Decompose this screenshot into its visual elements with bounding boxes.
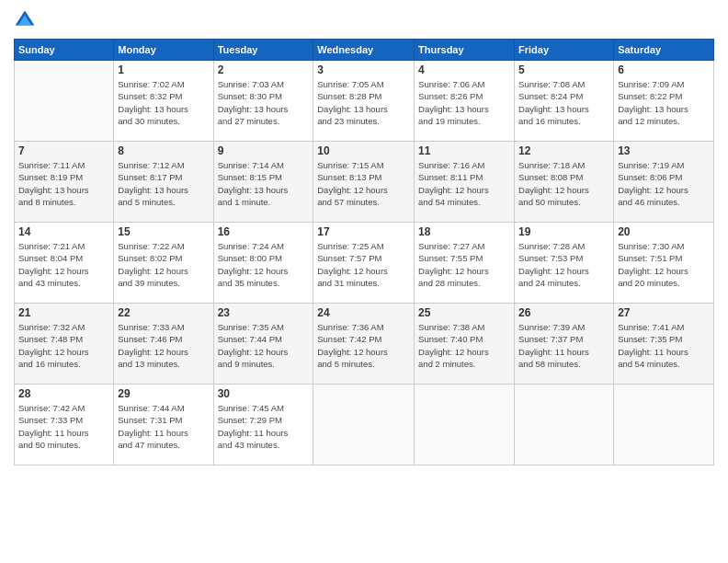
week-row: 1Sunrise: 7:02 AMSunset: 8:32 PMDaylight… — [15, 61, 714, 142]
calendar-cell: 30Sunrise: 7:45 AMSunset: 7:29 PMDayligh… — [213, 385, 313, 465]
calendar-cell: 18Sunrise: 7:27 AMSunset: 7:55 PMDayligh… — [415, 223, 515, 304]
week-row: 7Sunrise: 7:11 AMSunset: 8:19 PMDaylight… — [15, 142, 714, 223]
day-number: 9 — [218, 144, 310, 157]
calendar-cell: 15Sunrise: 7:22 AMSunset: 8:02 PMDayligh… — [114, 223, 213, 304]
day-info: Sunrise: 7:22 AMSunset: 8:02 PMDaylight:… — [118, 240, 209, 289]
weekday-header-saturday: Saturday — [614, 40, 714, 61]
day-number: 12 — [518, 144, 609, 157]
day-number: 11 — [418, 144, 510, 157]
day-info: Sunrise: 7:27 AMSunset: 7:55 PMDaylight:… — [418, 240, 510, 289]
day-info: Sunrise: 7:39 AMSunset: 7:37 PMDaylight:… — [518, 321, 609, 370]
calendar-cell: 19Sunrise: 7:28 AMSunset: 7:53 PMDayligh… — [515, 223, 614, 304]
day-info: Sunrise: 7:18 AMSunset: 8:08 PMDaylight:… — [518, 159, 609, 208]
calendar-cell — [515, 385, 614, 465]
calendar-cell: 8Sunrise: 7:12 AMSunset: 8:17 PMDaylight… — [114, 142, 213, 223]
day-info: Sunrise: 7:21 AMSunset: 8:04 PMDaylight:… — [18, 240, 109, 289]
day-info: Sunrise: 7:45 AMSunset: 7:29 PMDaylight:… — [218, 402, 310, 451]
logo-icon — [14, 9, 36, 31]
day-number: 14 — [18, 225, 109, 238]
day-number: 24 — [317, 306, 410, 319]
calendar-cell: 13Sunrise: 7:19 AMSunset: 8:06 PMDayligh… — [614, 142, 714, 223]
week-row: 28Sunrise: 7:42 AMSunset: 7:33 PMDayligh… — [15, 385, 714, 465]
day-info: Sunrise: 7:09 AMSunset: 8:22 PMDaylight:… — [618, 78, 710, 127]
day-info: Sunrise: 7:05 AMSunset: 8:28 PMDaylight:… — [317, 78, 410, 127]
calendar-cell: 14Sunrise: 7:21 AMSunset: 8:04 PMDayligh… — [15, 223, 114, 304]
day-number: 30 — [218, 387, 310, 400]
day-number: 21 — [18, 306, 109, 319]
day-number: 20 — [618, 225, 710, 238]
calendar-cell: 22Sunrise: 7:33 AMSunset: 7:46 PMDayligh… — [114, 304, 213, 385]
day-number: 26 — [518, 306, 609, 319]
day-number: 25 — [418, 306, 510, 319]
calendar-cell: 27Sunrise: 7:41 AMSunset: 7:35 PMDayligh… — [614, 304, 714, 385]
day-number: 7 — [18, 144, 109, 157]
day-info: Sunrise: 7:12 AMSunset: 8:17 PMDaylight:… — [118, 159, 209, 208]
day-number: 15 — [118, 225, 209, 238]
day-info: Sunrise: 7:25 AMSunset: 7:57 PMDaylight:… — [317, 240, 410, 289]
calendar-cell: 25Sunrise: 7:38 AMSunset: 7:40 PMDayligh… — [415, 304, 515, 385]
day-number: 29 — [118, 387, 209, 400]
day-number: 19 — [518, 225, 609, 238]
calendar-cell — [415, 385, 515, 465]
calendar-cell: 24Sunrise: 7:36 AMSunset: 7:42 PMDayligh… — [313, 304, 415, 385]
day-number: 4 — [418, 63, 510, 76]
day-info: Sunrise: 7:24 AMSunset: 8:00 PMDaylight:… — [218, 240, 310, 289]
day-info: Sunrise: 7:19 AMSunset: 8:06 PMDaylight:… — [618, 159, 710, 208]
weekday-header-monday: Monday — [114, 40, 213, 61]
day-info: Sunrise: 7:30 AMSunset: 7:51 PMDaylight:… — [618, 240, 710, 289]
week-row: 14Sunrise: 7:21 AMSunset: 8:04 PMDayligh… — [15, 223, 714, 304]
day-info: Sunrise: 7:02 AMSunset: 8:32 PMDaylight:… — [118, 78, 209, 127]
day-number: 3 — [317, 63, 410, 76]
day-info: Sunrise: 7:08 AMSunset: 8:24 PMDaylight:… — [518, 78, 609, 127]
day-number: 28 — [18, 387, 109, 400]
day-number: 8 — [118, 144, 209, 157]
calendar-cell: 16Sunrise: 7:24 AMSunset: 8:00 PMDayligh… — [213, 223, 313, 304]
calendar-cell: 17Sunrise: 7:25 AMSunset: 7:57 PMDayligh… — [313, 223, 415, 304]
calendar-cell: 2Sunrise: 7:03 AMSunset: 8:30 PMDaylight… — [213, 61, 313, 142]
weekday-header-sunday: Sunday — [15, 40, 114, 61]
day-info: Sunrise: 7:16 AMSunset: 8:11 PMDaylight:… — [418, 159, 510, 208]
day-number: 13 — [618, 144, 710, 157]
calendar-cell: 3Sunrise: 7:05 AMSunset: 8:28 PMDaylight… — [313, 61, 415, 142]
calendar-cell: 26Sunrise: 7:39 AMSunset: 7:37 PMDayligh… — [515, 304, 614, 385]
day-number: 27 — [618, 306, 710, 319]
day-number: 22 — [118, 306, 209, 319]
calendar-cell — [614, 385, 714, 465]
day-info: Sunrise: 7:03 AMSunset: 8:30 PMDaylight:… — [218, 78, 310, 127]
calendar-cell: 10Sunrise: 7:15 AMSunset: 8:13 PMDayligh… — [313, 142, 415, 223]
calendar-cell: 29Sunrise: 7:44 AMSunset: 7:31 PMDayligh… — [114, 385, 213, 465]
day-info: Sunrise: 7:28 AMSunset: 7:53 PMDaylight:… — [518, 240, 609, 289]
calendar-cell: 9Sunrise: 7:14 AMSunset: 8:15 PMDaylight… — [213, 142, 313, 223]
day-number: 16 — [218, 225, 310, 238]
day-number: 2 — [218, 63, 310, 76]
day-info: Sunrise: 7:44 AMSunset: 7:31 PMDaylight:… — [118, 402, 209, 451]
day-number: 10 — [317, 144, 410, 157]
weekday-header-tuesday: Tuesday — [213, 40, 313, 61]
day-number: 17 — [317, 225, 410, 238]
day-info: Sunrise: 7:15 AMSunset: 8:13 PMDaylight:… — [317, 159, 410, 208]
day-number: 18 — [418, 225, 510, 238]
weekday-header-friday: Friday — [515, 40, 614, 61]
calendar-cell: 4Sunrise: 7:06 AMSunset: 8:26 PMDaylight… — [415, 61, 515, 142]
day-number: 1 — [118, 63, 209, 76]
calendar-cell: 12Sunrise: 7:18 AMSunset: 8:08 PMDayligh… — [515, 142, 614, 223]
day-info: Sunrise: 7:38 AMSunset: 7:40 PMDaylight:… — [418, 321, 510, 370]
weekday-header-wednesday: Wednesday — [313, 40, 415, 61]
calendar-cell: 7Sunrise: 7:11 AMSunset: 8:19 PMDaylight… — [15, 142, 114, 223]
day-info: Sunrise: 7:11 AMSunset: 8:19 PMDaylight:… — [18, 159, 109, 208]
day-info: Sunrise: 7:14 AMSunset: 8:15 PMDaylight:… — [218, 159, 310, 208]
calendar-cell: 21Sunrise: 7:32 AMSunset: 7:48 PMDayligh… — [15, 304, 114, 385]
calendar-cell: 5Sunrise: 7:08 AMSunset: 8:24 PMDaylight… — [515, 61, 614, 142]
calendar-cell: 1Sunrise: 7:02 AMSunset: 8:32 PMDaylight… — [114, 61, 213, 142]
calendar-cell — [15, 61, 114, 142]
logo — [14, 9, 40, 31]
day-number: 5 — [518, 63, 609, 76]
day-info: Sunrise: 7:36 AMSunset: 7:42 PMDaylight:… — [317, 321, 410, 370]
calendar-cell: 6Sunrise: 7:09 AMSunset: 8:22 PMDaylight… — [614, 61, 714, 142]
calendar-cell: 20Sunrise: 7:30 AMSunset: 7:51 PMDayligh… — [614, 223, 714, 304]
day-number: 23 — [218, 306, 310, 319]
weekday-header-row: SundayMondayTuesdayWednesdayThursdayFrid… — [15, 40, 714, 61]
day-info: Sunrise: 7:35 AMSunset: 7:44 PMDaylight:… — [218, 321, 310, 370]
week-row: 21Sunrise: 7:32 AMSunset: 7:48 PMDayligh… — [15, 304, 714, 385]
calendar-cell: 28Sunrise: 7:42 AMSunset: 7:33 PMDayligh… — [15, 385, 114, 465]
